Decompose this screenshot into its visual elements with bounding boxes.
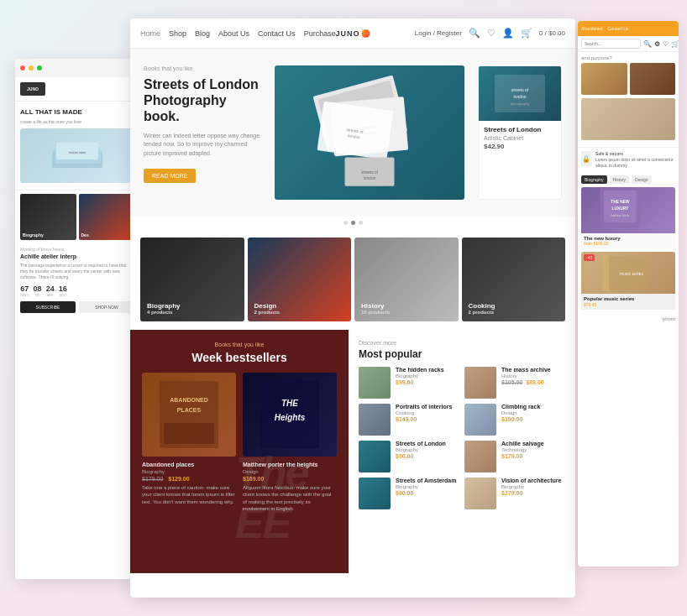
bs-book-2[interactable]: THE Heights Matthew porter the heights D… xyxy=(243,373,337,513)
rw-filter-icon[interactable]: ⚙ xyxy=(654,40,660,48)
category-biography[interactable]: Biography 4 products xyxy=(140,238,244,321)
left-meeting-label: Meeting of brave hearts xyxy=(20,247,134,252)
cat-bio-label: Biography 4 products xyxy=(147,302,181,315)
mp-cat-1: Biography xyxy=(396,373,459,378)
mp-name-2: The mass archive xyxy=(501,367,565,373)
left-cat-bio[interactable]: Biography xyxy=(20,194,76,240)
counter-hr: 08 HR xyxy=(34,285,42,297)
bs-book-2-price: $169.00 xyxy=(243,476,337,482)
mp-item-2[interactable]: The mass archive History $105.00 $89.00 xyxy=(464,367,565,399)
rw-top-section: and purpose? xyxy=(578,52,679,147)
dot-1[interactable] xyxy=(344,221,348,225)
left-logo: JUNO xyxy=(20,82,45,96)
nav-contact[interactable]: Contact Us xyxy=(258,29,296,38)
mp-price-5: $90.00 xyxy=(396,453,459,459)
rw-book-price: from $199.00 xyxy=(584,241,673,246)
mp-info-1: The hidden racks Biography $99.00 xyxy=(396,367,459,385)
nav-login[interactable]: Login / Register xyxy=(415,29,462,37)
category-history[interactable]: History 10 products xyxy=(354,238,459,321)
rw-popular-card[interactable]: -40 music series Popular music series $7… xyxy=(581,252,675,310)
cat-bio-name: Biography xyxy=(147,302,181,310)
mp-name-5: Streets of London xyxy=(396,441,459,446)
maximize-dot[interactable] xyxy=(37,65,42,70)
rw-search-bar: 🔍 ⚙ ♡ 🛒 xyxy=(578,36,679,52)
left-bottom: Meeting of brave hearts Achille atelier … xyxy=(15,243,139,316)
bs-book-1[interactable]: ABANDONED PLACES Abandoned places Biogra… xyxy=(142,373,236,513)
mp-item-7[interactable]: Streets of Amsterdam Biography $90.00 xyxy=(359,478,459,509)
nav-shop[interactable]: Shop xyxy=(169,29,186,38)
mp-thumb-8 xyxy=(464,478,496,509)
subscribe-button[interactable]: SUBSCRIBE xyxy=(20,301,76,313)
mp-name-3: Portraits of interiors xyxy=(396,404,459,410)
rw-book-info: The new luxury from $199.00 xyxy=(581,233,675,248)
rw-nav-item-1[interactable]: Abandoned xyxy=(581,26,603,31)
mp-item-3[interactable]: Portraits of interiors Cooking $149.00 xyxy=(359,404,459,436)
nav-home[interactable]: Home xyxy=(140,29,160,38)
cat-design-label: Design 2 products xyxy=(254,302,281,315)
mp-thumb-2 xyxy=(464,367,496,399)
mp-item-1[interactable]: The hidden racks Biography $99.00 xyxy=(359,367,459,399)
rw-tab-design[interactable]: Design xyxy=(632,175,652,184)
mp-info-7: Streets of Amsterdam Biography $90.00 xyxy=(396,478,459,496)
categories-section: Biography 4 products Design 2 products H… xyxy=(130,229,575,330)
mp-item-8[interactable]: Vision of architecture Biography $179.00 xyxy=(464,478,565,509)
nav-blog[interactable]: Blog xyxy=(195,29,210,38)
left-window-nav xyxy=(15,59,139,77)
rw-tab-history[interactable]: History xyxy=(610,175,630,184)
shop-now-button[interactable]: SHOP NOW xyxy=(79,301,134,313)
mp-thumb-1 xyxy=(359,367,391,399)
left-bottom-title: Achille atelier interp xyxy=(20,253,134,259)
hero-product-card[interactable]: streets of london photography Streets of… xyxy=(478,65,562,200)
hero-image: streets of london streets of london stre… xyxy=(275,65,464,200)
dot-3[interactable] xyxy=(359,221,363,225)
left-hero-section: ALL THAT IS MADE create a life as the on… xyxy=(15,102,139,191)
bs-label: Books that you like xyxy=(142,342,337,347)
rw-tab-biography[interactable]: Biography xyxy=(581,175,607,184)
mp-thumb-5 xyxy=(359,441,391,472)
bs-book-1-image: ABANDONED PLACES xyxy=(142,373,236,457)
mp-info-8: Vision of architecture Biography $179.00 xyxy=(501,478,565,496)
logo-dot-icon xyxy=(362,29,370,38)
hero-card-body: Streets of London Artistic Cabinet $42.9… xyxy=(479,121,561,155)
bottom-section: Books that you like Week bestsellers ABA… xyxy=(130,330,575,573)
svg-text:london: london xyxy=(513,94,526,99)
mp-item-6[interactable]: Achille salvage Technology $179.00 xyxy=(464,441,565,472)
mp-item-5[interactable]: Streets of London Biography $90.00 xyxy=(359,441,459,472)
svg-text:LUXURY: LUXURY xyxy=(612,206,629,211)
mp-info-4: Climbing rack Design $199.00 xyxy=(501,404,565,422)
main-nav: Home Shop Blog About Us Contact Us Purch… xyxy=(130,18,575,49)
rw-book-card[interactable]: THE NEW LUXURY fashion book The new luxu… xyxy=(581,187,675,248)
left-cat-design[interactable]: Des xyxy=(79,194,135,240)
mp-item-4[interactable]: Climbing rack Design $199.00 xyxy=(464,404,565,436)
nav-about[interactable]: About Us xyxy=(218,29,249,38)
mp-price-2: $105.00 $89.00 xyxy=(501,379,565,385)
svg-text:music series: music series xyxy=(620,271,643,276)
svg-text:ocean view: ocean view xyxy=(69,150,86,154)
rw-popular-image: -40 music series xyxy=(581,252,675,294)
rw-nav-item-2[interactable]: Contact Us xyxy=(608,26,629,31)
rw-search-icon[interactable]: 🔍 xyxy=(643,40,652,48)
mp-discover: Discover more xyxy=(359,340,565,346)
cart-icon[interactable]: 🛒 xyxy=(521,28,532,39)
bs-book-2-desc: Aliguam litora faucibus: make sure your … xyxy=(243,484,337,513)
mp-name-8: Vision of architecture xyxy=(501,478,565,483)
mp-cat-4: Design xyxy=(501,410,565,415)
rw-book-image: THE NEW LUXURY fashion book xyxy=(581,187,675,233)
category-cooking[interactable]: Cooking 2 products xyxy=(462,238,566,321)
minimize-dot[interactable] xyxy=(29,65,34,70)
close-dot[interactable] xyxy=(20,65,25,70)
mp-title: Most popular xyxy=(359,348,565,360)
user-icon[interactable]: 👤 xyxy=(502,28,514,39)
wishlist-icon[interactable]: ♡ xyxy=(487,28,496,39)
category-design[interactable]: Design 2 products xyxy=(248,238,352,321)
cart-total: 0 / $0.00 xyxy=(539,29,565,37)
rw-bag-icon[interactable]: 🛒 xyxy=(671,40,679,48)
rw-search-input[interactable] xyxy=(581,39,641,49)
left-hero-title: ALL THAT IS MADE xyxy=(20,108,134,117)
mp-old-price-2: $105.00 xyxy=(501,379,522,385)
search-icon[interactable]: 🔍 xyxy=(469,28,480,39)
rw-heart-icon[interactable]: ♡ xyxy=(663,40,669,48)
read-more-button[interactable]: READ MORE xyxy=(144,169,196,183)
nav-purchase[interactable]: Purchase xyxy=(304,29,336,38)
dot-2[interactable] xyxy=(351,221,355,225)
